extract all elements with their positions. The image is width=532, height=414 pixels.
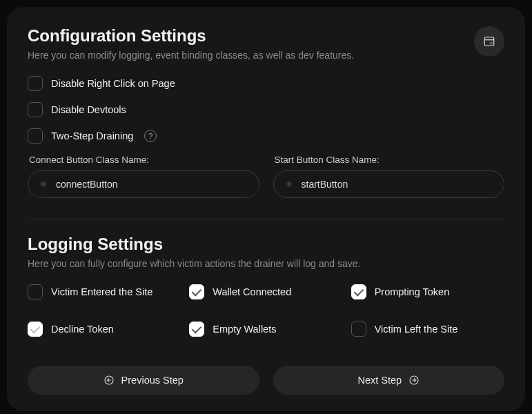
checkbox-label: Disable Right Click on Page [51, 78, 175, 89]
wallet-connected-checkbox[interactable] [189, 284, 204, 299]
checkbox-label: Decline Token [51, 324, 114, 335]
start-class-field: Start Button Class Name: ✳ [273, 155, 505, 198]
config-option-row: Two-Step Draining ? [28, 128, 504, 144]
checkbox-label: Prompting Token [375, 286, 450, 297]
two-step-draining-checkbox[interactable] [28, 128, 43, 144]
asterisk-icon: ✳ [285, 179, 293, 190]
logging-subtitle: Here you can fully configure which victi… [28, 258, 504, 269]
disable-devtools-checkbox[interactable] [28, 102, 43, 117]
checkbox-label: Victim Left the Site [375, 324, 458, 335]
log-option-row: Prompting Token [351, 284, 504, 299]
connect-class-field: Connect Button Class Name: ✳ [28, 155, 259, 198]
nav-button-row: Previous Step Next Step [28, 366, 504, 395]
log-option-row: Wallet Connected [189, 284, 342, 299]
config-subtitle: Here you can modify logging, event bindi… [28, 50, 504, 61]
help-icon[interactable]: ? [144, 130, 157, 142]
checkbox-label: Victim Entered the Site [51, 286, 152, 297]
empty-wallets-checkbox[interactable] [189, 322, 204, 337]
field-label: Start Button Class Name: [273, 155, 505, 165]
field-label: Connect Button Class Name: [28, 155, 259, 165]
arrow-right-circle-icon [408, 375, 420, 386]
panel-action-icon[interactable] [474, 26, 504, 57]
checkbox-label: Wallet Connected [213, 286, 291, 297]
input-wrap: ✳ [28, 170, 259, 198]
input-wrap: ✳ [273, 170, 505, 198]
checkbox-label: Two-Step Draining [51, 130, 133, 141]
log-option-row: Victim Entered the Site [28, 284, 181, 299]
connect-class-input[interactable] [56, 179, 248, 190]
decline-token-checkbox[interactable] [28, 322, 43, 337]
card-icon [483, 35, 495, 48]
previous-step-button[interactable]: Previous Step [28, 366, 259, 395]
config-option-row: Disable Right Click on Page [28, 76, 504, 91]
config-title: Configuration Settings [28, 26, 504, 46]
disable-right-click-checkbox[interactable] [28, 76, 43, 91]
section-divider [28, 219, 504, 219]
victim-left-checkbox[interactable] [351, 322, 366, 337]
config-option-row: Disable Devtools [28, 102, 504, 117]
start-class-input[interactable] [302, 179, 493, 190]
prompting-token-checkbox[interactable] [351, 284, 366, 299]
checkbox-label: Disable Devtools [51, 104, 126, 115]
log-option-row: Decline Token [28, 322, 181, 337]
asterisk-icon: ✳ [39, 179, 48, 190]
victim-entered-checkbox[interactable] [28, 284, 43, 299]
button-label: Previous Step [121, 375, 184, 386]
logging-grid: Victim Entered the Site Wallet Connected… [28, 284, 504, 348]
arrow-left-circle-icon [104, 375, 115, 386]
button-label: Next Step [357, 375, 402, 386]
log-option-row: Victim Left the Site [351, 322, 504, 337]
checkbox-label: Empty Wallets [213, 324, 276, 335]
log-option-row: Empty Wallets [189, 322, 342, 337]
svg-rect-0 [484, 37, 494, 46]
next-step-button[interactable]: Next Step [273, 366, 505, 395]
logging-title: Logging Settings [28, 235, 504, 254]
class-name-fields: Connect Button Class Name: ✳ Start Butto… [28, 155, 504, 198]
settings-panel: Configuration Settings Here you can modi… [7, 7, 525, 411]
